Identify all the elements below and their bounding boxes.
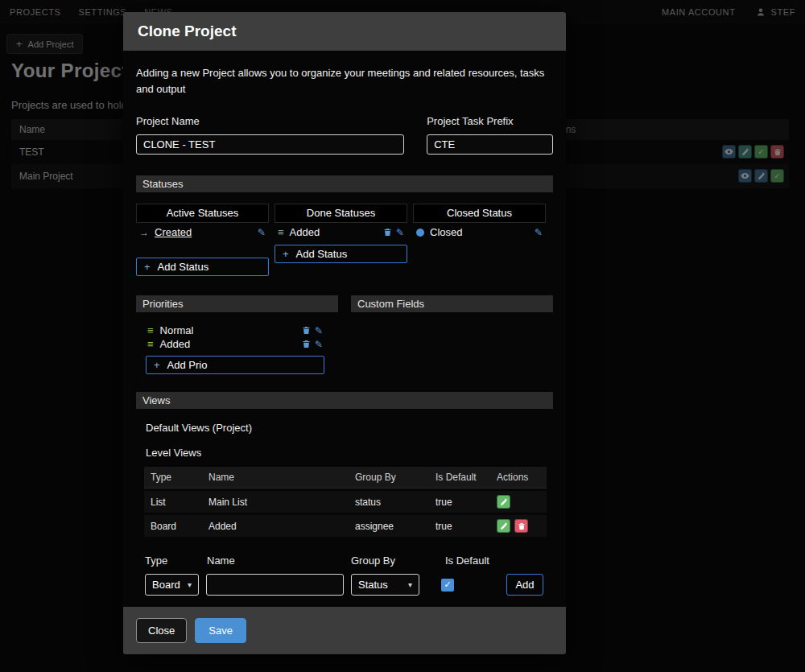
delete-priority-icon[interactable] — [302, 326, 311, 335]
add-status-label: Add Status — [158, 261, 209, 273]
status-label: Closed — [430, 226, 462, 238]
col-actions: Actions — [497, 472, 540, 483]
group-by-select[interactable]: Status ▾ — [351, 574, 419, 596]
drag-handle-icon[interactable]: ≡ — [147, 325, 154, 336]
status-item-closed: Closed ✎ — [413, 223, 546, 238]
status-columns: Active Statuses → Created ✎ + Add Status — [136, 204, 553, 276]
priority-item: ≡ Normal ✎ — [146, 324, 324, 337]
view-actions — [497, 495, 540, 509]
level-views-label: Level Views — [146, 447, 553, 459]
custom-fields-section-header: Custom Fields — [351, 295, 553, 312]
task-prefix-field: Project Task Prefix — [427, 115, 553, 155]
add-priority-button[interactable]: + Add Prio — [146, 356, 324, 374]
add-done-status-button[interactable]: + Add Status — [275, 245, 407, 263]
view-group-by: assignee — [355, 521, 436, 532]
project-name-label: Project Name — [136, 115, 404, 127]
status-item-added: ≡ Added ✎ — [275, 223, 407, 238]
chevron-down-icon: ▾ — [188, 580, 192, 589]
drag-handle-icon[interactable]: ≡ — [147, 339, 154, 349]
group-by-value: Status — [358, 579, 388, 591]
type-label: Type — [145, 555, 207, 567]
drag-handle-icon[interactable]: ≡ — [278, 227, 284, 237]
clone-project-modal: Clone Project Adding a new Project allow… — [123, 12, 566, 654]
edit-status-icon[interactable]: ✎ — [258, 228, 266, 237]
plus-icon: + — [283, 249, 289, 259]
views-table: Type Name Group By Is Default Actions Li… — [144, 467, 547, 537]
view-row: List Main List status true — [144, 491, 547, 513]
plus-icon: + — [154, 360, 160, 370]
project-name-input[interactable] — [136, 134, 404, 155]
statuses-section-header: Statuses — [136, 175, 553, 192]
task-prefix-input[interactable] — [427, 134, 553, 155]
close-button[interactable]: Close — [136, 618, 187, 643]
modal-body: Adding a new Project allows you to organ… — [123, 51, 566, 607]
col-is-default: Is Default — [436, 472, 497, 483]
name-label: Name — [207, 555, 351, 567]
edit-status-icon[interactable]: ✎ — [535, 228, 543, 237]
done-statuses-header: Done Statuses — [275, 204, 407, 223]
col-group-by: Group By — [355, 472, 436, 483]
view-type-select[interactable]: Board ▾ — [145, 574, 199, 596]
priorities-section-header: Priorities — [136, 295, 338, 312]
status-item-created: → Created ✎ — [136, 223, 269, 238]
priorities-half: Priorities ≡ Normal ✎ ≡ Added — [136, 295, 338, 374]
add-view-controls: Board ▾ Status ▾ ✓ Add — [145, 574, 553, 596]
priority-label: Normal — [160, 324, 194, 336]
edit-priority-icon[interactable]: ✎ — [315, 340, 323, 349]
view-actions — [497, 519, 540, 533]
edit-priority-icon[interactable]: ✎ — [315, 326, 323, 336]
arrow-right-icon: → — [139, 228, 149, 237]
delete-view-icon[interactable] — [514, 519, 528, 533]
name-prefix-row: Project Name Project Task Prefix — [136, 115, 553, 155]
done-statuses-column: Done Statuses ≡ Added ✎ + Add Status — [275, 204, 407, 276]
edit-view-icon[interactable] — [497, 519, 510, 533]
custom-fields-half: Custom Fields — [351, 295, 553, 374]
closed-status-column: Closed Status Closed ✎ — [413, 204, 546, 276]
priorities-list: ≡ Normal ✎ ≡ Added ✎ — [136, 324, 324, 374]
add-view-button[interactable]: Add — [506, 574, 543, 596]
edit-view-icon[interactable] — [497, 495, 510, 509]
plus-icon: + — [144, 262, 151, 272]
add-view-labels: Type Name Group By Is Default — [145, 555, 553, 567]
view-is-default: true — [436, 521, 497, 532]
chevron-down-icon: ▾ — [408, 580, 412, 589]
add-prio-label: Add Prio — [167, 359, 208, 371]
check-icon: ✓ — [444, 579, 451, 590]
closed-status-header: Closed Status — [413, 204, 546, 223]
priorities-customfields-row: Priorities ≡ Normal ✎ ≡ Added — [136, 295, 553, 374]
view-name-input[interactable] — [206, 574, 344, 596]
col-type: Type — [151, 472, 208, 483]
status-dot-icon — [416, 229, 424, 237]
group-by-label: Group By — [351, 555, 445, 567]
delete-priority-icon[interactable] — [302, 340, 311, 348]
modal-footer: Close Save — [123, 607, 566, 654]
modal-title: Clone Project — [123, 12, 566, 51]
delete-status-icon[interactable] — [383, 228, 392, 237]
save-button[interactable]: Save — [195, 618, 246, 643]
modal-description: Adding a new Project allows you to organ… — [136, 65, 553, 97]
view-group-by: status — [355, 497, 436, 508]
view-name: Main List — [208, 497, 355, 508]
active-statuses-header: Active Statuses — [136, 204, 269, 223]
view-type-value: Board — [152, 579, 180, 591]
priority-label: Added — [160, 338, 191, 350]
edit-status-icon[interactable]: ✎ — [396, 228, 404, 237]
view-name: Added — [208, 521, 355, 532]
add-view-form: Type Name Group By Is Default Board ▾ St… — [145, 555, 553, 596]
views-table-header: Type Name Group By Is Default Actions — [144, 467, 547, 489]
priority-item: ≡ Added ✎ — [146, 337, 324, 351]
active-statuses-column: Active Statuses → Created ✎ + Add Status — [136, 204, 269, 276]
views-section-header: Views — [136, 392, 553, 409]
task-prefix-label: Project Task Prefix — [427, 115, 553, 127]
add-active-status-button[interactable]: + Add Status — [136, 258, 269, 276]
project-name-field: Project Name — [136, 115, 404, 155]
is-default-checkbox[interactable]: ✓ — [441, 579, 454, 592]
view-is-default: true — [436, 497, 497, 508]
view-type: Board — [151, 521, 208, 532]
status-label: Created — [155, 226, 192, 238]
add-status-label: Add Status — [296, 248, 348, 260]
view-row: Board Added assignee true — [144, 515, 547, 537]
default-views-label: Default Views (Project) — [146, 422, 553, 434]
app-screen: PROJECTS SETTINGS NEWS MAIN ACCOUNT STEF… — [0, 0, 805, 672]
col-name: Name — [208, 472, 355, 483]
